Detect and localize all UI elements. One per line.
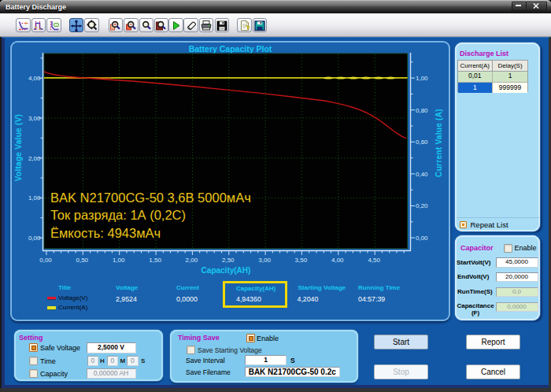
svg-text:0,00: 0,00 bbox=[416, 235, 428, 242]
svg-text:4,00: 4,00 bbox=[331, 257, 344, 264]
svg-text:4,00: 4,00 bbox=[28, 75, 41, 82]
svg-text:2,50: 2,50 bbox=[222, 257, 235, 264]
svg-text:2,00: 2,00 bbox=[28, 155, 41, 162]
svg-text:2,00: 2,00 bbox=[186, 257, 198, 264]
svg-text:3,00: 3,00 bbox=[28, 115, 41, 122]
svg-text:1,00: 1,00 bbox=[113, 257, 125, 264]
svg-text:0,60: 0,60 bbox=[416, 139, 428, 146]
svg-text:4,50: 4,50 bbox=[368, 257, 380, 264]
svg-text:0,00: 0,00 bbox=[28, 235, 41, 242]
svg-text:1,00: 1,00 bbox=[28, 194, 41, 202]
svg-text:0,00: 0,00 bbox=[39, 257, 52, 264]
svg-text:0,50: 0,50 bbox=[76, 257, 89, 264]
svg-text:3,00: 3,00 bbox=[258, 257, 271, 264]
svg-text:1,00: 1,00 bbox=[416, 75, 428, 82]
svg-text:1,50: 1,50 bbox=[149, 257, 161, 264]
svg-text:3,50: 3,50 bbox=[295, 257, 308, 264]
svg-text:0,40: 0,40 bbox=[416, 171, 428, 178]
svg-text:0,20: 0,20 bbox=[416, 202, 428, 209]
svg-text:0,80: 0,80 bbox=[416, 107, 428, 114]
